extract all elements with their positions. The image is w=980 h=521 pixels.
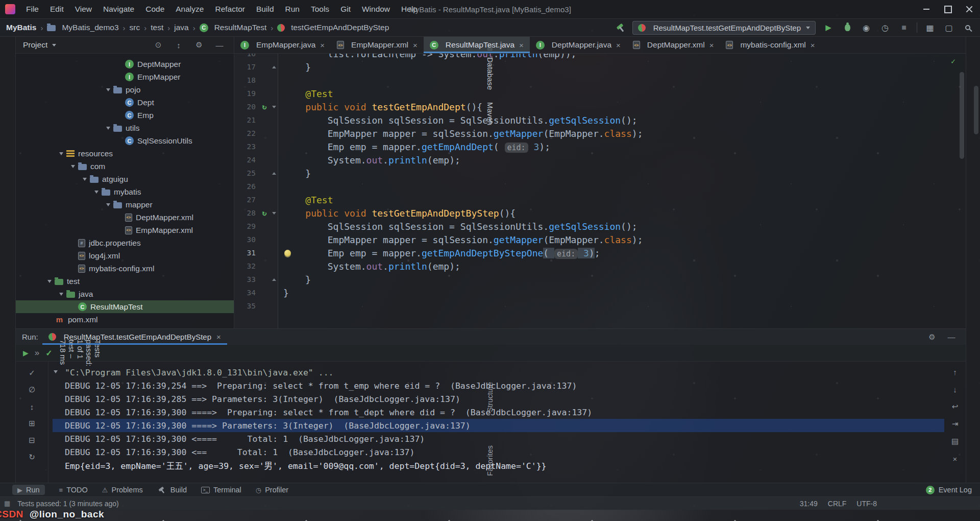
breadcrumb-test[interactable]: test xyxy=(151,23,163,32)
tree-item-mapper[interactable]: mapper xyxy=(16,198,234,211)
scroll-to-end-icon[interactable]: ⇥ xyxy=(950,419,960,429)
run-test-gutter-icon[interactable]: ↻ xyxy=(259,208,270,218)
tree-item-mybatis[interactable]: mybatis xyxy=(16,185,234,198)
tree-item-test[interactable]: test xyxy=(16,275,234,288)
breadcrumb-resultmaptest[interactable]: CResultMapTest xyxy=(200,23,267,32)
tree-item-jdbc-properties[interactable]: #jdbc.properties xyxy=(16,236,234,249)
print-icon[interactable]: ▤ xyxy=(950,436,960,446)
tab-deptmapper-xml[interactable]: <>DeptMapper.xml× xyxy=(627,37,720,53)
show-passed-icon[interactable]: ✓ xyxy=(27,368,37,378)
menu-file[interactable]: File xyxy=(20,0,44,18)
menu-code[interactable]: Code xyxy=(140,0,170,18)
tool-button-terminal[interactable]: >_Terminal xyxy=(201,486,241,494)
breadcrumb-testgetempanddeptbystep[interactable]: testGetEmpAndDeptByStep xyxy=(277,23,389,32)
breadcrumb-mybatis[interactable]: MyBatis xyxy=(6,23,36,32)
tree-item-sqlsessionutils[interactable]: CSqlSessionUtils xyxy=(16,134,234,147)
chevron-down-icon[interactable] xyxy=(44,275,55,288)
event-log-button[interactable]: 2 Event Log xyxy=(926,486,972,494)
rerun-tests-icon[interactable]: ▶ xyxy=(23,349,29,357)
console-line-7[interactable]: DEBUG 12-05 17:16:39,300 <== Total: 1 (B… xyxy=(53,445,944,459)
hide-panel-icon[interactable]: — xyxy=(946,332,957,342)
close-tab-icon[interactable]: × xyxy=(413,41,418,50)
run-tab[interactable]: ResultMapTest.testGetEmpAndDeptByStep × xyxy=(42,329,227,345)
tool-button-run[interactable]: ▶Run xyxy=(12,485,45,495)
close-button[interactable] xyxy=(959,0,980,18)
maximize-button[interactable] xyxy=(937,0,959,18)
status-widget-crlf[interactable]: CRLF xyxy=(828,500,847,508)
close-tab-icon[interactable]: × xyxy=(216,333,221,341)
tool-button-build[interactable]: Build xyxy=(157,485,187,495)
console-line-4[interactable]: DEBUG 12-05 17:16:39,300 ====> Preparing… xyxy=(53,406,944,419)
menu-git[interactable]: Git xyxy=(335,0,356,18)
tree-item-mybatis-config-xml[interactable]: <>mybatis-config.xml xyxy=(16,262,234,275)
tab-empmapper-xml[interactable]: <>EmpMapper.xml× xyxy=(331,37,424,53)
tool-button-profiler[interactable]: ◷Profiler xyxy=(256,486,288,494)
minimize-button[interactable] xyxy=(916,0,937,18)
chevron-down-icon[interactable] xyxy=(56,288,66,300)
menu-analyze[interactable]: Analyze xyxy=(170,0,209,18)
breadcrumb-mybatis-demo3[interactable]: MyBatis_demo3 xyxy=(47,23,118,32)
console-line-1[interactable]: "C:\Program Files\Java\jdk1.8.0_131\bin\… xyxy=(53,366,944,379)
tool-button-problems[interactable]: ⚠Problems xyxy=(102,486,143,494)
fold-marker[interactable] xyxy=(270,172,278,175)
menu-tools[interactable]: Tools xyxy=(305,0,335,18)
menu-window[interactable]: Window xyxy=(356,0,396,18)
console-line-6[interactable]: DEBUG 12-05 17:16:39,300 <==== Total: 1 … xyxy=(53,432,944,445)
console-line-3[interactable]: DEBUG 12-05 17:16:39,285 ==> Parameters:… xyxy=(53,392,944,406)
scroll-up-icon[interactable]: ↑ xyxy=(950,367,960,377)
tool-button-todo[interactable]: ≡TODO xyxy=(59,486,88,494)
fold-marker[interactable] xyxy=(270,278,278,281)
close-tab-icon[interactable]: × xyxy=(320,41,325,50)
tab-empmapper-java[interactable]: IEmpMapper.java× xyxy=(234,37,331,53)
collapse-all-icon[interactable]: ⊟ xyxy=(27,435,37,445)
status-widget-31-49[interactable]: 31:49 xyxy=(800,500,818,508)
fold-console-icon[interactable] xyxy=(54,370,58,373)
settings-gear-icon[interactable]: ⚙ xyxy=(927,332,937,342)
close-tab-icon[interactable]: × xyxy=(519,41,524,50)
tree-item-java[interactable]: java xyxy=(16,288,234,300)
run-config-dropdown[interactable]: ResultMapTest.testGetEmpAndDeptByStep xyxy=(632,21,816,35)
tree-item-resources[interactable]: resources xyxy=(16,147,234,160)
status-widget-utf-8[interactable]: UTF-8 xyxy=(856,500,877,508)
tab-deptmapper-java[interactable]: IDeptMapper.java× xyxy=(530,37,627,53)
menu-refactor[interactable]: Refactor xyxy=(209,0,251,18)
tree-item-atguigu[interactable]: atguigu xyxy=(16,173,234,185)
debug-button[interactable] xyxy=(841,21,853,34)
tab-mybatis-config-xml[interactable]: <>mybatis-config.xml× xyxy=(720,37,821,53)
chevron-down-icon[interactable] xyxy=(68,160,78,173)
rerun-failed-icon[interactable]: » xyxy=(35,348,39,358)
breadcrumb-java[interactable]: java xyxy=(174,23,188,32)
chevron-down-icon[interactable] xyxy=(103,198,113,211)
chevron-down-icon[interactable] xyxy=(91,185,102,198)
tree-item-pom-xml[interactable]: mpom.xml xyxy=(16,313,234,326)
menu-view[interactable]: View xyxy=(69,0,97,18)
tree-item-com[interactable]: com xyxy=(16,160,234,173)
menu-run[interactable]: Run xyxy=(280,0,305,18)
tool-button-maven[interactable]: Maven xyxy=(0,102,980,125)
console-line-5[interactable]: DEBUG 12-05 17:16:39,300 ====> Parameter… xyxy=(53,419,944,432)
profiler-button[interactable]: ◷ xyxy=(879,21,891,34)
console-line-2[interactable]: DEBUG 12-05 17:16:39,254 ==> Preparing: … xyxy=(53,379,944,392)
expand-all-icon[interactable]: ⊞ xyxy=(27,418,37,429)
menu-navigate[interactable]: Navigate xyxy=(97,0,140,18)
menu-build[interactable]: Build xyxy=(251,0,279,18)
run-button[interactable]: ▶ xyxy=(822,21,835,34)
intention-bulb-icon[interactable] xyxy=(284,250,291,256)
tool-window-switcher-icon[interactable]: ▦ xyxy=(4,500,10,507)
console-line-8[interactable]: Emp{eid=3, empName='王五', age=39, sex='男'… xyxy=(53,459,944,472)
chevron-down-icon[interactable] xyxy=(56,147,66,160)
coverage-button[interactable]: ◉ xyxy=(860,21,872,34)
build-hammer-icon[interactable] xyxy=(616,23,626,33)
close-tab-icon[interactable]: × xyxy=(709,41,714,50)
close-tab-icon[interactable]: × xyxy=(616,41,621,50)
tree-item-deptmapper-xml[interactable]: <>DeptMapper.xml xyxy=(16,211,234,224)
layout-button[interactable]: ▢ xyxy=(943,21,955,34)
code-editor[interactable]: 16 list.forEach(emp -> System.out.printl… xyxy=(234,54,966,328)
menu-edit[interactable]: Edit xyxy=(44,0,69,18)
close-tab-icon[interactable]: × xyxy=(811,41,815,50)
tool-button-database[interactable]: Database xyxy=(0,57,980,90)
console-output[interactable]: "C:\Program Files\Java\jdk1.8.0_131\bin\… xyxy=(48,362,944,483)
chevron-down-icon[interactable] xyxy=(80,173,90,185)
tool-windows-button[interactable]: ▦ xyxy=(924,21,936,34)
tree-item-resultmaptest[interactable]: CResultMapTest xyxy=(16,300,234,313)
